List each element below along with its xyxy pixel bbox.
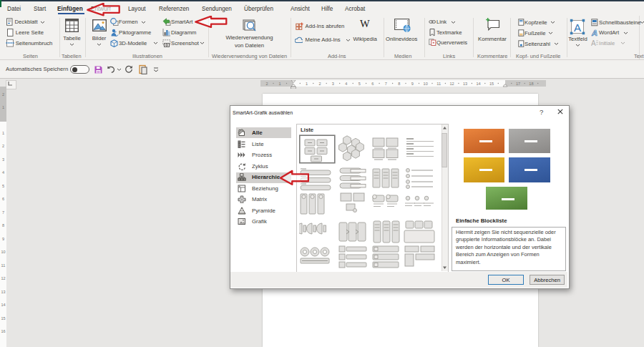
svg-text:9: 9 [2,237,4,241]
svg-text:4: 4 [345,82,347,86]
svg-text:4: 4 [2,170,4,175]
svg-text:12: 12 [449,82,454,86]
svg-text:11: 11 [1,263,6,268]
svg-text:13: 13 [463,82,467,86]
svg-text:13: 13 [1,290,5,294]
svg-text:10: 10 [1,250,5,254]
svg-text:8: 8 [398,82,400,86]
svg-text:2: 2 [2,92,4,97]
svg-text:11: 11 [436,82,441,86]
svg-text:A: A [574,21,581,34]
svg-text:18: 18 [529,82,533,86]
svg-text:2: 2 [318,82,321,86]
svg-text:9: 9 [411,82,414,86]
svg-text:14: 14 [476,82,480,86]
svg-text:6: 6 [371,82,374,86]
svg-text:8: 8 [2,223,4,228]
svg-text:3: 3 [332,82,334,86]
svg-text:12: 12 [1,276,5,280]
svg-text:17: 17 [516,82,520,86]
svg-text:6: 6 [2,197,4,201]
svg-text:1: 1 [2,131,4,135]
svg-text:15: 15 [1,316,5,321]
svg-text:14: 14 [1,303,5,307]
svg-text:16: 16 [1,329,5,333]
svg-text:15: 15 [489,82,494,86]
svg-text:7: 7 [385,82,387,86]
svg-text:10: 10 [424,82,428,86]
svg-text:1: 1 [306,82,308,86]
svg-text:A: A [591,39,596,47]
svg-text:A: A [591,29,597,36]
svg-text:5: 5 [358,82,361,86]
svg-text:3: 3 [2,157,4,162]
svg-text:1: 1 [278,82,280,86]
svg-text:5: 5 [2,184,4,188]
svg-text:1: 1 [2,105,4,109]
svg-text:7: 7 [2,210,4,215]
svg-text:2: 2 [265,82,268,86]
svg-text:2: 2 [2,144,4,148]
